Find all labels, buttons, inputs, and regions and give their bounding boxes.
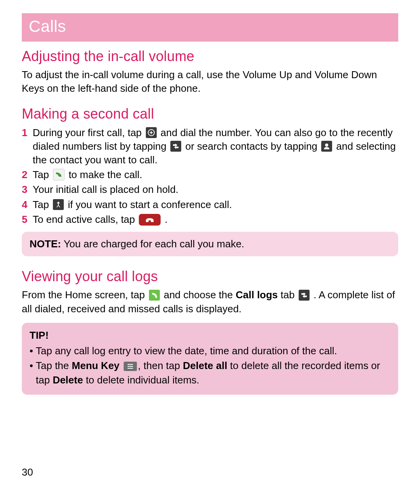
step-4: 4 Tap if you want to start a conference … — [22, 198, 398, 212]
step-body: Your initial call is placed on hold. — [33, 183, 398, 196]
tip-text-part — [119, 360, 122, 371]
add-call-icon — [146, 127, 157, 138]
body-text: From the Home screen, tap — [22, 289, 148, 301]
bold-term: Delete all — [183, 360, 227, 371]
step-number: 3 — [22, 183, 33, 196]
tip-text-part: , then tap — [138, 360, 183, 371]
bold-term: Delete — [52, 374, 83, 386]
body-text: tab — [281, 289, 298, 301]
step-text: . — [165, 214, 168, 225]
tip-bullet: • Tap any call log entry to view the dat… — [30, 344, 390, 358]
tip-text-part: Tap the — [36, 360, 72, 371]
tip-text: Tap any call log entry to view the date,… — [36, 344, 337, 358]
merge-calls-icon — [53, 199, 64, 210]
step-number: 5 — [22, 213, 33, 226]
step-body: To end active calls, tap . — [33, 213, 398, 226]
step-text: to make the call. — [68, 169, 142, 180]
section-body-volume: To adjust the in-call volume during a ca… — [22, 68, 398, 95]
bold-term: Menu Key — [72, 360, 120, 371]
bold-term: Call logs — [236, 289, 278, 301]
section-heading-volume: Adjusting the in-call volume — [22, 47, 398, 66]
recent-calls-icon — [170, 141, 181, 152]
contacts-icon — [321, 141, 332, 152]
svg-point-3 — [325, 144, 328, 147]
step-text: Tap — [33, 169, 52, 180]
note-label: NOTE: — [30, 238, 61, 250]
bullet-dot: • — [30, 359, 36, 387]
chapter-header: Calls — [22, 13, 398, 42]
manual-page: Calls Adjusting the in-call volume To ad… — [0, 0, 420, 492]
menu-key-icon — [124, 362, 137, 371]
tip-label: TIP! — [30, 328, 390, 342]
step-3: 3 Your initial call is placed on hold. — [22, 183, 398, 196]
note-body: You are charged for each call you make. — [61, 238, 244, 250]
tip-text-part: to delete individual items. — [83, 374, 199, 386]
step-1: 1 During your first call, tap and dial t… — [22, 126, 398, 167]
body-text: and choose the — [164, 289, 236, 301]
step-body: Tap to make the call. — [33, 168, 398, 182]
step-5: 5 To end active calls, tap . — [22, 213, 398, 226]
step-number: 2 — [22, 168, 33, 182]
step-text: or search contacts by tapping — [185, 140, 320, 152]
step-number: 1 — [22, 126, 33, 140]
step-body: Tap if you want to start a conference ca… — [33, 198, 398, 212]
section-heading-second-call: Making a second call — [22, 105, 398, 124]
bullet-dot: • — [30, 344, 36, 358]
steps-list: 1 During your first call, tap and dial t… — [22, 126, 398, 226]
note-box: NOTE: You are charged for each call you … — [22, 232, 398, 256]
call-logs-tab-icon — [299, 290, 310, 301]
step-text: Tap — [33, 199, 52, 210]
step-text: if you want to start a conference call. — [68, 199, 232, 210]
step-body: During your first call, tap and dial the… — [33, 126, 398, 167]
section-heading-call-logs: Viewing your call logs — [22, 267, 398, 286]
step-text: During your first call, tap — [33, 127, 145, 138]
tip-box: TIP! • Tap any call log entry to view th… — [22, 323, 398, 395]
end-call-icon — [139, 214, 161, 226]
page-number: 30 — [22, 466, 33, 479]
section-body-call-logs: From the Home screen, tap and choose the… — [22, 288, 398, 315]
phone-app-icon — [149, 290, 160, 301]
step-number: 4 — [22, 198, 33, 212]
chapter-title: Calls — [29, 17, 66, 35]
tip-text: Tap the Menu Key , then tap Delete all t… — [36, 359, 390, 387]
dial-phone-icon — [53, 169, 65, 180]
step-text: To end active calls, tap — [33, 214, 138, 225]
step-2: 2 Tap to make the call. — [22, 168, 398, 182]
tip-bullet: • Tap the Menu Key , then tap Delete all… — [30, 359, 390, 387]
